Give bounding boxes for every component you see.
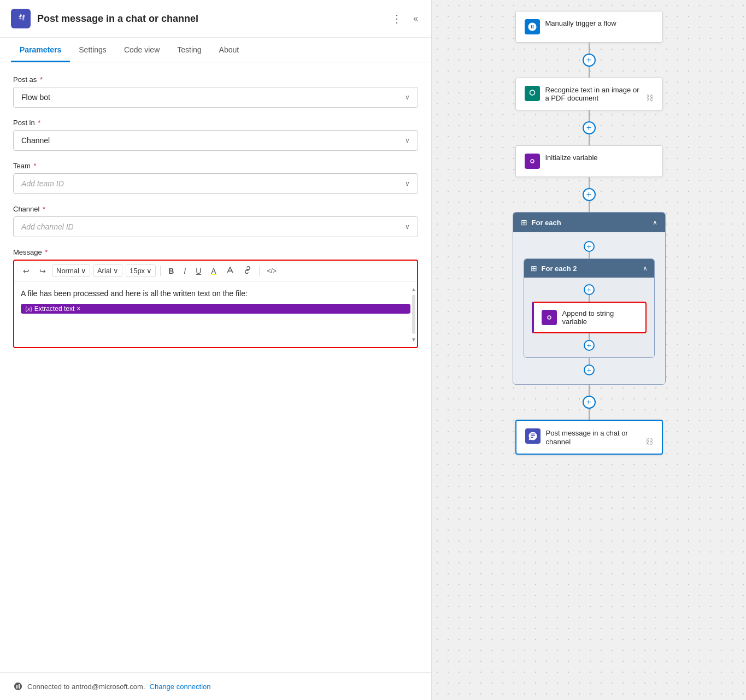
foreach-outer-chevron: ∧ [653,219,657,226]
connector-line-5 [589,177,590,188]
recognize-link-icon: ⛓ [646,93,654,102]
teams-logo-svg [15,13,27,25]
foreach-outer-body: + ⊞ For each 2 ∧ + [513,232,665,384]
editor-toolbar: ↩ ↪ Normal ∨ Arial ∨ 15px ∨ B [14,261,417,281]
add-step-inside-foreach[interactable]: + [584,241,595,252]
text-color-button[interactable] [223,264,237,278]
message-field-group: Message * ↩ ↪ Normal ∨ Arial ∨ 15 [13,248,418,348]
highlight-button[interactable]: A [208,264,219,278]
font-arrow-icon: ∨ [113,267,119,275]
team-field-group: Team * Add team ID ∨ [13,162,418,194]
collapse-button[interactable]: « [411,11,420,26]
foreach-outer-container: ⊞ For each ∧ + ⊞ For each 2 ∧ [513,212,666,385]
connector-line-4 [589,134,590,145]
undo-button[interactable]: ↩ [20,264,33,278]
add-step-foreach2-top[interactable]: + [584,284,595,295]
post-as-value: Flow bot [21,93,50,102]
post-message-text-group: Post message in a chat or channel [546,428,640,446]
toolbar-divider-2 [259,266,260,276]
initialize-icon-svg [527,156,537,166]
underline-button[interactable]: U [192,264,204,278]
svg-point-1 [23,15,25,16]
team-dropdown[interactable]: Add team ID ∨ [13,173,418,194]
style-label: Normal [56,267,79,275]
post-in-dropdown[interactable]: Channel ∨ [13,130,418,151]
tab-testing[interactable]: Testing [168,38,210,62]
token-icon: {x} [25,305,32,312]
post-message-link-icon: ⛓ [645,437,653,446]
add-step-button-3[interactable]: + [583,188,596,201]
change-connection-link[interactable]: Change connection [150,683,211,691]
foreach-inner-connector-top: + [584,241,595,258]
bold-button[interactable]: B [165,264,177,278]
append-node[interactable]: Append to string variable [532,302,647,333]
form-content: Post as * Flow bot ∨ Post in * Channel ∨… [0,62,431,672]
foreach2-header[interactable]: ⊞ For each 2 ∧ [524,259,654,278]
post-message-node[interactable]: Post message in a chat or channel ⛓ [515,420,663,455]
link-button[interactable] [240,264,255,278]
tabs-container: Parameters Settings Code view Testing Ab… [0,38,431,62]
post-message-label: Post message in a chat or channel [546,429,628,446]
channel-dropdown[interactable]: Add channel ID ∨ [13,216,418,237]
trigger-node-icon [525,19,540,34]
font-dropdown[interactable]: Arial ∨ [93,264,122,277]
small-connector-line-1 [589,252,590,258]
highlight-icon: A [211,267,216,275]
recognize-node[interactable]: Recognize text in an image or a PDF docu… [515,78,663,110]
add-step-button-4[interactable]: + [583,396,596,409]
connector-line-8 [589,409,590,420]
extracted-text-token[interactable]: {x} Extracted text × [21,304,410,314]
style-dropdown[interactable]: Normal ∨ [52,264,90,277]
append-node-icon [542,310,557,325]
right-panel: Manually trigger a flow + Recognize text… [432,0,746,700]
size-label: 15px [130,267,145,275]
scroll-up-arrow[interactable]: ▲ [410,286,417,292]
trigger-node[interactable]: Manually trigger a flow [515,11,663,43]
channel-required: * [40,205,45,213]
panel-header-actions: ⋮ « [389,10,420,27]
token-close-button[interactable]: × [77,305,80,313]
editor-scrollbar[interactable]: ▲ ▼ [412,286,416,343]
panel-title: Post message in a chat or channel [37,13,389,25]
size-arrow-icon: ∨ [146,267,152,275]
post-in-label: Post in * [13,119,418,127]
connector-3: + [583,177,596,212]
code-view-button[interactable]: </> [264,265,280,277]
add-step-foreach2-bottom[interactable]: + [584,340,595,351]
style-arrow-icon: ∨ [81,267,86,275]
foreach-outer-title: For each [532,219,648,227]
size-dropdown[interactable]: 15px ∨ [126,264,156,277]
font-label: Arial [97,267,111,275]
more-options-button[interactable]: ⋮ [389,10,404,27]
teams-icon [11,9,31,28]
token-label: Extracted text [34,305,74,313]
add-step-after-foreach2[interactable]: + [584,364,595,375]
initialize-node[interactable]: Initialize variable [515,145,663,177]
foreach-outer-header[interactable]: ⊞ For each ∧ [513,213,665,232]
foreach2-chevron: ∧ [643,264,648,272]
scroll-down-arrow[interactable]: ▼ [410,336,417,343]
toolbar-divider-1 [160,266,161,276]
channel-label: Channel * [13,205,418,213]
editor-body[interactable]: A file has been processed and here is al… [14,281,417,347]
append-node-label: Append to string variable [562,309,638,326]
foreach-inner-connector-bottom: + [584,358,595,375]
foreach2-connector-line-bottom [589,333,590,340]
post-message-icon-svg [528,431,538,441]
add-step-button-2[interactable]: + [583,121,596,134]
panel-footer: Connected to antrod@microsoft.com. Chang… [0,672,431,700]
tab-settings[interactable]: Settings [70,38,115,62]
append-icon-svg [544,313,554,322]
italic-button[interactable]: I [180,264,189,278]
add-step-button-1[interactable]: + [583,54,596,67]
tab-parameters[interactable]: Parameters [11,38,70,62]
connection-icon [13,681,23,691]
post-in-field-group: Post in * Channel ∨ [13,119,418,151]
foreach2-body: + Append to string variable + [524,278,654,357]
post-as-dropdown[interactable]: Flow bot ∨ [13,87,418,108]
left-panel: Post message in a chat or channel ⋮ « Pa… [0,0,432,700]
tab-codeview[interactable]: Code view [115,38,168,62]
svg-point-2 [20,14,22,16]
redo-button[interactable]: ↪ [36,264,49,278]
tab-about[interactable]: About [210,38,248,62]
